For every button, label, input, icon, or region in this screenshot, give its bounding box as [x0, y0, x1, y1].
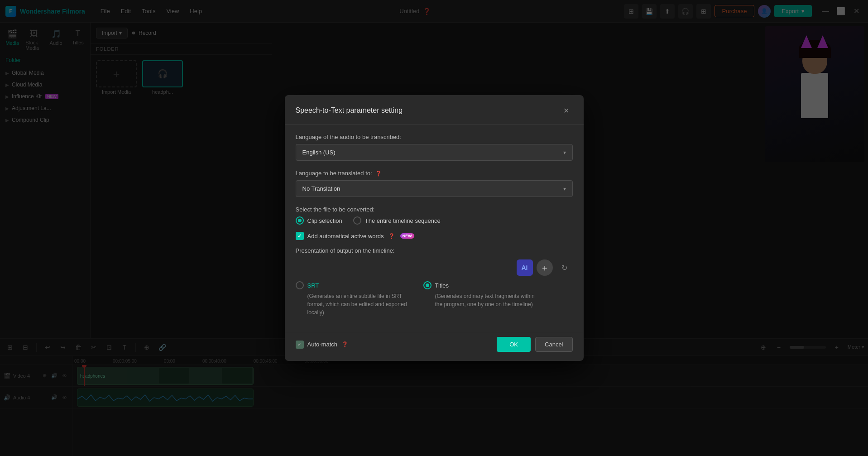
refresh-button[interactable]: ↻: [556, 259, 573, 276]
radio-timeline-indicator: [353, 216, 361, 225]
chevron-down-icon2: ▾: [563, 186, 566, 192]
field2-label: Language to be translated to: ❓: [296, 170, 573, 177]
output-option-titles: Titles (Generates ordinary text fragment…: [423, 281, 537, 317]
ai-badge-icon: Ai: [517, 259, 533, 276]
file-convert-radio-group: Clip selection The entire timeline seque…: [296, 216, 573, 225]
radio-srt-indicator[interactable]: [296, 281, 304, 289]
dialog-title: Speech-to-Text parameter setting: [296, 106, 403, 115]
dialog-icons-row: Ai ＋ ↻: [296, 259, 573, 281]
titles-desc: (Generates ordinary text fragments withi…: [423, 292, 537, 308]
help-auto-match-icon[interactable]: ❓: [342, 341, 348, 347]
radio-clip-label: Clip selection: [307, 217, 342, 224]
language-value: English (US): [302, 149, 336, 156]
add-circle-button[interactable]: ＋: [537, 259, 553, 276]
auto-match-row: Auto-match ❓: [296, 341, 348, 349]
radio-timeline-sequence[interactable]: The entire timeline sequence: [353, 216, 441, 225]
help-active-words-icon[interactable]: ❓: [388, 233, 395, 239]
help-icon[interactable]: ❓: [375, 171, 382, 176]
chevron-down-icon: ▾: [563, 149, 566, 156]
radio-titles-inner: [426, 283, 429, 287]
radio-titles-indicator[interactable]: [423, 281, 432, 289]
ok-button[interactable]: OK: [497, 337, 531, 352]
dialog-header: Speech-to-Text parameter setting ✕: [285, 95, 584, 125]
file-convert-label: Select the file to be converted:: [296, 206, 573, 213]
dialog-footer: Auto-match ❓ OK Cancel: [285, 333, 584, 361]
footer-actions: OK Cancel: [497, 337, 572, 352]
dialog-body: Language of the audio to be transcribed:…: [285, 125, 584, 333]
radio-titles-label: Titles: [435, 282, 449, 289]
field1-label: Language of the audio to be transcribed:: [296, 134, 573, 140]
dialog-close-button[interactable]: ✕: [560, 104, 573, 117]
dialog-overlay: Speech-to-Text parameter setting ✕ Langu…: [0, 0, 868, 456]
translation-value: No Translation: [302, 185, 340, 192]
checkbox-active-words[interactable]: Add automatical active words ❓ NEW: [296, 232, 573, 240]
radio-clip-selection[interactable]: Clip selection: [296, 216, 342, 225]
language-dropdown[interactable]: English (US) ▾: [296, 144, 573, 161]
cancel-button[interactable]: Cancel: [535, 337, 572, 352]
new-badge-active-words: NEW: [400, 233, 414, 239]
checkbox-auto-match-indicator: [296, 341, 304, 349]
speech-to-text-dialog: Speech-to-Text parameter setting ✕ Langu…: [285, 95, 584, 361]
checkbox-active-words-label: Add automatical active words: [307, 233, 384, 240]
radio-clip-inner: [298, 219, 302, 222]
srt-desc: (Generates an entire subtitle file in SR…: [296, 292, 409, 317]
radio-srt-label: SRT: [307, 282, 319, 289]
checkbox-auto-match-label: Auto-match: [307, 341, 337, 348]
radio-timeline-label: The entire timeline sequence: [365, 217, 441, 224]
radio-clip-indicator: [296, 216, 304, 225]
output-label: Presentation of output on the timeline:: [296, 247, 573, 254]
translation-dropdown[interactable]: No Translation ▾: [296, 180, 573, 197]
output-options: SRT (Generates an entire subtitle file i…: [296, 281, 573, 317]
output-option-srt: SRT (Generates an entire subtitle file i…: [296, 281, 409, 317]
checkbox-active-words-indicator: [296, 232, 304, 240]
